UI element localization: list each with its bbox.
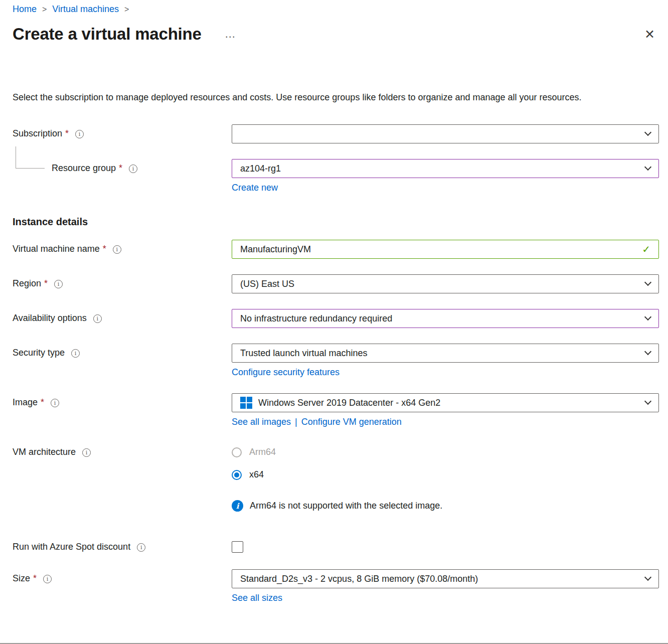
resource-group-label-group: Resource group * i [13,159,232,193]
image-value: Windows Server 2019 Datacenter - x64 Gen… [258,398,638,408]
info-icon[interactable]: i [129,165,137,173]
security-type-value: Trusted launch virtual machines [240,348,638,359]
configure-security-features-link[interactable]: Configure security features [232,367,340,378]
intro-text: Select the subscription to manage deploy… [13,90,653,105]
valid-check-icon: ✓ [642,243,650,255]
field-row-security-type: Security type i Trusted launch virtual m… [13,344,659,378]
configure-vm-generation-link[interactable]: Configure VM generation [301,417,402,427]
size-label-group: Size * i [13,569,232,603]
field-row-vm-name: Virtual machine name * i ManufacturingVM… [13,240,659,259]
size-value: Standard_D2s_v3 - 2 vcpus, 8 GiB memory … [240,574,638,584]
required-marker: * [33,573,37,584]
field-row-size: Size * i Standard_D2s_v3 - 2 vcpus, 8 Gi… [13,569,659,603]
field-row-subscription: Subscription * i [13,124,659,143]
required-marker: * [119,163,122,174]
field-row-region: Region * i (US) East US [13,274,659,293]
required-marker: * [44,278,48,289]
chevron-down-icon [644,574,651,581]
info-icon[interactable]: i [113,245,121,254]
subscription-dropdown[interactable] [232,124,659,143]
availability-options-value: No infrastructure redundancy required [240,313,638,324]
size-dropdown[interactable]: Standard_D2s_v3 - 2 vcpus, 8 GiB memory … [232,569,659,588]
breadcrumb-virtual-machines[interactable]: Virtual machines [52,4,119,15]
radio-label-arm64: Arm64 [249,447,276,457]
field-row-spot-discount: Run with Azure Spot discount i [13,540,659,553]
vm-name-value: ManufacturingVM [240,244,636,255]
chevron-down-icon [644,398,651,405]
see-all-sizes-link[interactable]: See all sizes [232,593,282,603]
image-label: Image [13,397,38,408]
info-icon[interactable]: i [137,543,145,552]
subscription-label: Subscription [13,128,62,139]
field-row-vm-architecture: VM architecture i Arm64 x64 i Arm64 is n… [13,446,659,512]
size-label: Size [13,573,30,584]
vm-architecture-label: VM architecture [13,447,76,457]
security-type-dropdown[interactable]: Trusted launch virtual machines [232,344,659,363]
vm-architecture-label-group: VM architecture i [13,446,232,512]
radio-option-arm64[interactable]: Arm64 [232,446,659,457]
info-icon[interactable]: i [54,280,63,288]
info-icon[interactable]: i [43,575,52,583]
chevron-down-icon [644,164,651,171]
radio-button-arm64[interactable] [232,447,242,457]
image-label-group: Image * i [13,393,232,427]
region-value: (US) East US [240,279,638,289]
resource-group-connector [16,146,45,169]
region-dropdown[interactable]: (US) East US [232,274,659,293]
info-icon[interactable]: i [93,314,102,323]
page-title: Create a virtual machine [13,25,202,44]
spot-discount-label-group: Run with Azure Spot discount i [13,540,232,553]
resource-group-value: az104-rg1 [240,164,638,174]
more-options-icon[interactable]: … [225,28,237,41]
chevron-down-icon [644,313,651,320]
create-new-resource-group-link[interactable]: Create new [232,183,278,193]
radio-label-x64: x64 [249,469,264,480]
required-marker: * [103,244,106,254]
arm64-info-message: i Arm64 is not supported with the select… [232,500,659,512]
info-icon[interactable]: i [82,448,91,457]
resource-group-dropdown[interactable]: az104-rg1 [232,159,659,178]
info-filled-icon: i [232,500,243,512]
see-all-images-link[interactable]: See all images [232,417,291,427]
vm-name-input[interactable]: ManufacturingVM ✓ [232,240,659,259]
vm-name-label: Virtual machine name [13,244,100,254]
vm-name-label-group: Virtual machine name * i [13,240,232,259]
image-links: See all images | Configure VM generation [232,417,659,427]
breadcrumb-home[interactable]: Home [13,4,37,15]
radio-button-x64[interactable] [232,470,242,480]
spot-discount-checkbox[interactable] [232,541,243,553]
basics-form: Subscription * i Resource group * i [13,124,659,603]
availability-options-dropdown[interactable]: No infrastructure redundancy required [232,309,659,328]
region-label: Region [13,278,41,289]
availability-options-label-group: Availability options i [13,309,232,328]
required-marker: * [65,128,69,139]
subscription-label-group: Subscription * i [13,124,232,143]
field-row-resource-group: Resource group * i az104-rg1 Create new [13,159,659,193]
availability-options-label: Availability options [13,313,87,324]
image-dropdown[interactable]: Windows Server 2019 Datacenter - x64 Gen… [232,393,659,412]
breadcrumb-separator-icon: > [42,5,47,14]
security-type-label: Security type [13,348,65,358]
required-marker: * [41,397,44,408]
create-vm-page: Home > Virtual machines > Create a virtu… [0,0,668,603]
chevron-down-icon [644,279,651,286]
title-bar: Create a virtual machine … ✕ [13,25,659,44]
instance-details-heading: Instance details [13,216,659,228]
breadcrumb: Home > Virtual machines > [13,0,659,15]
windows-logo-icon [240,397,252,409]
breadcrumb-separator-icon: > [124,5,129,14]
info-icon[interactable]: i [51,399,59,407]
info-icon[interactable]: i [75,130,84,138]
chevron-down-icon [644,348,651,355]
field-row-image: Image * i Windows Server 2019 Datacenter… [13,393,659,427]
info-icon[interactable]: i [71,349,80,358]
chevron-down-icon [644,129,651,136]
field-row-availability-options: Availability options i No infrastructure… [13,309,659,328]
security-type-label-group: Security type i [13,344,232,378]
link-separator: | [295,417,297,427]
region-label-group: Region * i [13,274,232,293]
close-icon[interactable]: ✕ [644,28,655,41]
radio-option-x64[interactable]: x64 [232,468,659,480]
spot-discount-label: Run with Azure Spot discount [13,542,130,552]
resource-group-label: Resource group [52,163,116,174]
